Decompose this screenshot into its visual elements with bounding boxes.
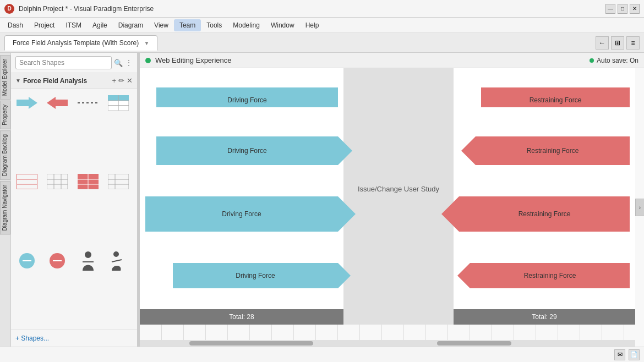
- shape-table2[interactable]: [14, 171, 40, 193]
- scroll-thumb-left[interactable]: [189, 341, 313, 345]
- menu-help[interactable]: Help: [300, 19, 325, 31]
- horizontal-scrollbar[interactable]: [140, 340, 635, 347]
- diagram-area: Web Editing Experience Auto save: On Dri: [140, 53, 644, 347]
- shape-table3[interactable]: [45, 171, 70, 193]
- driving-arrow-partial: Driving Force: [156, 87, 338, 107]
- statusbar: ✉ 📄: [0, 347, 644, 362]
- window-controls: — □ ✕: [605, 4, 640, 14]
- total-left: Total: 28: [140, 309, 343, 325]
- shape-table[interactable]: [106, 92, 131, 114]
- menu-modeling[interactable]: Modeling: [227, 19, 265, 31]
- shape-grid[interactable]: [106, 171, 131, 193]
- web-editing-title: Web Editing Experience: [155, 56, 232, 64]
- app-icon: D: [4, 4, 14, 14]
- driving-forces-panel: Driving Force Driving Force: [140, 68, 343, 309]
- status-icons: ✉ 📄: [614, 349, 640, 360]
- doc-icon[interactable]: 📄: [629, 349, 640, 360]
- email-icon[interactable]: ✉: [614, 349, 625, 360]
- svg-point-27: [85, 251, 91, 258]
- diagram-toolbar: Web Editing Experience Auto save: On: [140, 53, 644, 68]
- sidebar-tab-property[interactable]: Property: [0, 101, 10, 129]
- shape-panel: 🔍 ⋮ ▼ Force Field Analysis + ✏ ✕: [11, 53, 138, 347]
- menubar: Dash Project ITSM Agile Diagram View Tea…: [0, 18, 644, 33]
- minimize-button[interactable]: —: [605, 4, 615, 14]
- search-icon: 🔍: [114, 59, 123, 67]
- close-button[interactable]: ✕: [630, 4, 640, 14]
- svg-point-29: [113, 251, 119, 257]
- active-tab[interactable]: Force Field Analysis Template (With Scor…: [4, 35, 157, 51]
- sidebar-tab-model-explorer[interactable]: Model Explorer: [0, 55, 10, 100]
- total-center: [343, 309, 454, 325]
- titlebar: D Dolphin Project * - Visual Paradigm En…: [0, 0, 644, 18]
- svg-marker-0: [17, 97, 37, 109]
- tab-list-button[interactable]: ≡: [626, 36, 640, 50]
- shape-circle1[interactable]: [14, 250, 40, 272]
- restraining-arrow-2[interactable]: Restraining Force: [476, 136, 630, 165]
- web-indicator: [145, 58, 151, 63]
- tabbar: Force Field Analysis Template (With Scor…: [0, 33, 644, 53]
- app-title: Dolphin Project * - Visual Paradigm Ente…: [19, 5, 601, 13]
- tab-back-button[interactable]: ←: [596, 36, 609, 50]
- shape-person2[interactable]: [106, 250, 131, 272]
- shape-right-arrow[interactable]: [14, 92, 40, 114]
- total-right: Total: 29: [454, 309, 635, 325]
- menu-team[interactable]: Team: [174, 19, 201, 31]
- tab-icon-buttons: ← ⊞ ≡: [596, 36, 640, 50]
- ffa-content: Driving Force Driving Force: [140, 68, 635, 309]
- close-category-button[interactable]: ✕: [127, 76, 133, 85]
- maximize-button[interactable]: □: [618, 4, 627, 14]
- main-layout: Model Explorer Property Diagram Backlog …: [0, 53, 644, 347]
- menu-agile[interactable]: Agile: [87, 19, 113, 31]
- edit-category-button[interactable]: ✏: [118, 76, 124, 85]
- canvas[interactable]: Driving Force Driving Force: [140, 68, 644, 347]
- shape-left-arrow[interactable]: [45, 92, 70, 114]
- svg-rect-7: [17, 174, 37, 189]
- restraining-arrow-4[interactable]: Restraining Force: [470, 263, 630, 288]
- menu-tools[interactable]: Tools: [201, 19, 227, 31]
- driving-arrow-3[interactable]: Driving Force: [145, 196, 338, 232]
- svg-rect-19: [108, 174, 129, 189]
- category-actions: + ✏ ✕: [112, 76, 133, 85]
- sidebar-tab-diagram-navigator[interactable]: Diagram Navigator: [0, 181, 10, 234]
- driving-arrow-2[interactable]: Driving Force: [156, 136, 338, 165]
- search-input[interactable]: [15, 56, 112, 69]
- menu-dash[interactable]: Dash: [2, 19, 29, 31]
- search-bar: 🔍 ⋮: [11, 53, 137, 73]
- shape-person[interactable]: [75, 250, 101, 272]
- autosave-dot: [590, 58, 594, 63]
- menu-itsm[interactable]: ITSM: [60, 19, 87, 31]
- shape-line[interactable]: [75, 92, 101, 114]
- right-collapse-button[interactable]: ›: [635, 199, 644, 216]
- center-column: Issue/Change User Study: [343, 68, 454, 309]
- left-sidebar-tabs: Model Explorer Property Diagram Backlog …: [0, 53, 11, 347]
- scroll-thumb-right[interactable]: [437, 341, 511, 345]
- restraining-arrow-partial: Restraining Force: [481, 87, 630, 107]
- collapse-arrow-icon[interactable]: ▼: [15, 78, 21, 84]
- totals-bar: Total: 28 Total: 29: [140, 309, 635, 325]
- autosave-label: Auto save: On: [597, 57, 638, 64]
- shapes-grid: [11, 89, 137, 330]
- driving-arrow-4[interactable]: Driving Force: [173, 263, 338, 288]
- svg-rect-10: [47, 174, 68, 189]
- shape-category-header: ▼ Force Field Analysis + ✏ ✕: [11, 73, 137, 89]
- shape-circle2[interactable]: [45, 250, 70, 272]
- tab-close[interactable]: ▼: [144, 40, 150, 46]
- menu-project[interactable]: Project: [29, 19, 60, 31]
- shapes-footer: + Shapes...: [11, 330, 137, 347]
- svg-marker-1: [47, 97, 68, 109]
- menu-window[interactable]: Window: [265, 19, 300, 31]
- more-options-icon[interactable]: ⋮: [125, 58, 133, 67]
- restraining-arrow-3[interactable]: Restraining Force: [459, 196, 630, 232]
- ffa-diagram: Driving Force Driving Force: [140, 68, 635, 325]
- svg-line-30: [112, 260, 122, 262]
- sidebar-tab-diagram-backlog[interactable]: Diagram Backlog: [0, 130, 10, 180]
- menu-diagram[interactable]: Diagram: [113, 19, 149, 31]
- add-shapes-button[interactable]: + Shapes...: [15, 334, 49, 342]
- tab-grid-button[interactable]: ⊞: [611, 36, 624, 50]
- restraining-forces-panel: Restraining Force Restraining Force: [454, 68, 635, 309]
- category-name: Force Field Analysis: [23, 77, 110, 85]
- shape-table4[interactable]: [75, 171, 101, 193]
- menu-view[interactable]: View: [149, 19, 174, 31]
- add-category-button[interactable]: +: [112, 76, 116, 85]
- autosave-area: Auto save: On: [590, 57, 638, 64]
